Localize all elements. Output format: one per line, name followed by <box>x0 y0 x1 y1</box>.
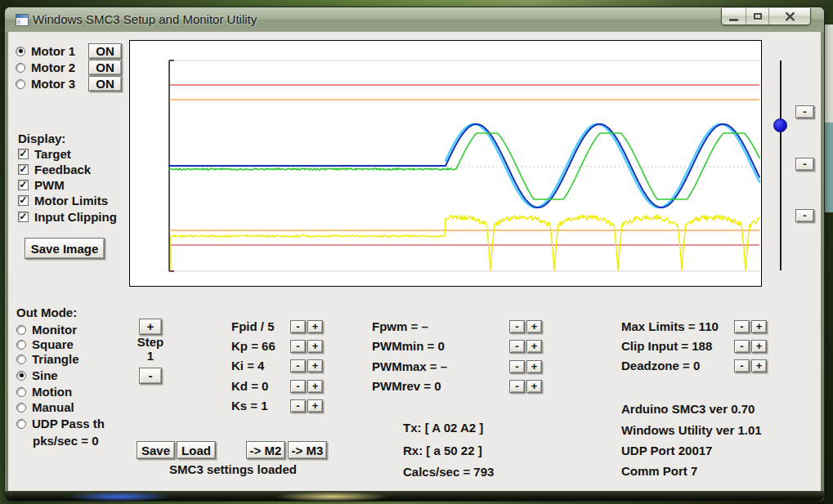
ks-minus-button[interactable]: - <box>290 399 306 413</box>
save-image-button[interactable]: Save Image <box>25 238 105 259</box>
arduino-version: Arduino SMC3 ver 0.70 <box>621 402 755 417</box>
out-mode-triangle-row: Triangle <box>16 352 79 366</box>
motor-2-radio[interactable] <box>16 63 25 73</box>
motion-label: Motion <box>32 385 72 399</box>
out-mode-heading: Out Mode: <box>16 306 77 320</box>
motor-1-radio[interactable] <box>16 47 25 56</box>
target-checkbox[interactable]: ✓ <box>18 149 29 159</box>
kd-minus-button[interactable]: - <box>290 380 306 393</box>
motor-3-row: Motor 3 ON <box>16 76 122 91</box>
pwmrev-label: PWMrev = 0 <box>372 379 441 394</box>
fpwm-plus-button[interactable]: + <box>526 320 542 333</box>
pwmmax-minus-button[interactable]: - <box>509 360 525 373</box>
monitor-radio[interactable] <box>16 325 26 335</box>
status-message: SMC3 settings loaded <box>131 462 335 477</box>
input-clipping-label: Input Clipping <box>34 210 117 224</box>
target-label: Target <box>34 147 71 161</box>
step-value: 1 <box>131 349 170 364</box>
display-motor-limits-row: ✓ Motor Limits <box>18 194 108 207</box>
deadzone-plus-button[interactable]: + <box>751 359 767 372</box>
manual-radio[interactable] <box>16 403 26 413</box>
load-button[interactable]: Load <box>177 441 216 459</box>
fpid-plus-button[interactable]: + <box>307 320 323 333</box>
scope-slider-knob[interactable] <box>773 118 787 132</box>
pks-per-sec-label: pks/sec = 0 <box>33 434 98 448</box>
clip-input-minus-button[interactable]: - <box>734 340 750 353</box>
scale-minus-button-3[interactable]: - <box>795 209 814 222</box>
motor-3-on-button[interactable]: ON <box>88 76 122 91</box>
fpwm-label: Fpwm = – <box>372 319 428 334</box>
check-icon: ✓ <box>19 211 27 222</box>
tx-value: Tx: [ A 02 A2 ] <box>403 421 483 435</box>
display-heading: Display: <box>18 132 65 146</box>
motor-limits-checkbox[interactable]: ✓ <box>18 195 29 206</box>
window-controls <box>721 8 811 25</box>
ki-label: Ki = 4 <box>231 359 264 373</box>
ki-plus-button[interactable]: + <box>307 359 323 372</box>
pwmrev-minus-button[interactable]: - <box>509 380 525 393</box>
motor-3-radio[interactable] <box>16 79 25 89</box>
sine-radio[interactable] <box>16 371 26 381</box>
ki-minus-button[interactable]: - <box>290 359 306 372</box>
fpwm-minus-button[interactable]: - <box>509 320 525 333</box>
kd-plus-button[interactable]: + <box>307 380 323 393</box>
fpid-minus-button[interactable]: - <box>290 320 306 333</box>
kp-plus-button[interactable]: + <box>307 340 323 353</box>
square-radio[interactable] <box>16 340 26 350</box>
motor-1-label: Motor 1 <box>31 44 83 58</box>
feedback-checkbox[interactable]: ✓ <box>18 164 29 175</box>
max-limits-plus-button[interactable]: + <box>751 320 767 333</box>
ks-plus-button[interactable]: + <box>307 399 323 413</box>
copy-to-m3-button[interactable]: -> M3 <box>288 441 327 459</box>
pwmmin-label: PWMmin = 0 <box>372 339 445 354</box>
kp-minus-button[interactable]: - <box>290 340 306 353</box>
check-icon: ✓ <box>19 194 27 206</box>
motor-limits-label: Motor Limits <box>34 194 108 207</box>
rx-value: Rx: [ a 50 22 ] <box>403 444 482 458</box>
motor-2-row: Motor 2 ON <box>16 60 122 75</box>
motor-3-label: Motor 3 <box>31 77 83 91</box>
desktop-fragment <box>824 25 833 123</box>
maximize-icon <box>754 13 762 20</box>
triangle-label: Triangle <box>32 352 79 366</box>
deadzone-minus-button[interactable]: - <box>734 359 750 372</box>
kd-label: Kd = 0 <box>231 379 268 394</box>
pwmmin-minus-button[interactable]: - <box>509 340 525 353</box>
copy-to-m2-button[interactable]: -> M2 <box>246 441 285 459</box>
max-limits-minus-button[interactable]: - <box>734 320 750 333</box>
calcs-per-sec: Calcs/sec = 793 <box>403 465 494 479</box>
ks-label: Ks = 1 <box>231 399 268 413</box>
manual-label: Manual <box>32 400 74 414</box>
desktop-fragment <box>824 123 833 212</box>
out-mode-square-row: Square <box>16 337 74 351</box>
udp-port: UDP Port 20017 <box>621 444 712 458</box>
save-button[interactable]: Save <box>137 441 175 459</box>
pwmmax-plus-button[interactable]: + <box>526 360 542 373</box>
pwm-checkbox[interactable]: ✓ <box>18 180 29 190</box>
motion-radio[interactable] <box>16 387 26 397</box>
scale-minus-button-1[interactable]: - <box>795 105 814 118</box>
monitor-label: Monitor <box>32 323 77 337</box>
motor-1-on-button[interactable]: ON <box>88 43 122 59</box>
triangle-radio[interactable] <box>16 355 26 364</box>
scale-minus-button-2[interactable]: - <box>795 158 814 171</box>
pwm-label: PWM <box>34 178 65 192</box>
display-pwm-row: ✓ PWM <box>18 178 65 192</box>
pwmmin-plus-button[interactable]: + <box>526 340 542 353</box>
title-bar[interactable]: Windows SMC3 Setup and Monitor Utility <box>5 7 824 32</box>
pwmrev-plus-button[interactable]: + <box>526 380 542 393</box>
motor-2-on-button[interactable]: ON <box>88 60 122 75</box>
input-clipping-checkbox[interactable]: ✓ <box>18 212 29 222</box>
udp-pass-radio[interactable] <box>16 419 26 429</box>
out-mode-motion-row: Motion <box>16 385 72 399</box>
scope-slider-track[interactable] <box>780 60 781 270</box>
maximize-button[interactable] <box>746 8 769 25</box>
udp-pass-label: UDP Pass th <box>32 417 105 430</box>
display-target-row: ✓ Target <box>18 147 71 161</box>
step-minus-button[interactable]: - <box>139 368 162 384</box>
trace-target <box>169 124 759 207</box>
step-plus-button[interactable]: + <box>139 319 162 335</box>
minimize-button[interactable] <box>722 8 746 25</box>
clip-input-plus-button[interactable]: + <box>751 340 767 353</box>
close-button[interactable] <box>769 8 810 25</box>
